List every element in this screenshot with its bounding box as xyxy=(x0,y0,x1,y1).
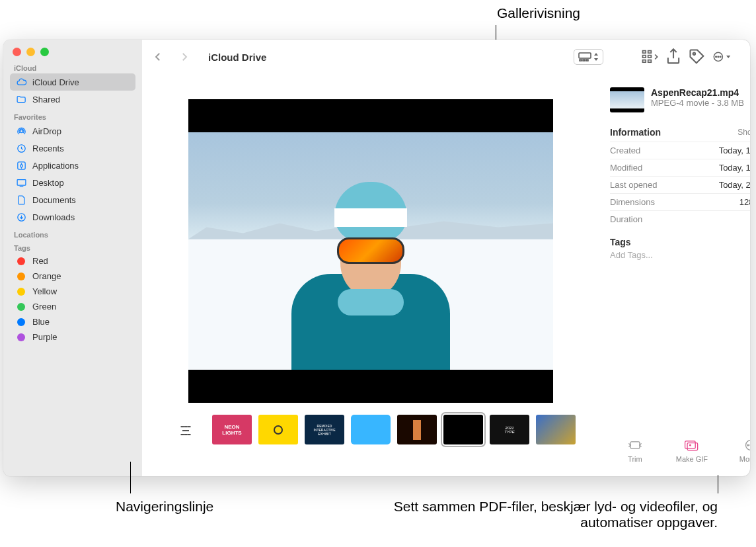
thumbnail[interactable]: REMIXEDINTERACTIVEEXHIBIT xyxy=(305,415,344,444)
add-tags-field[interactable]: Add Tags... xyxy=(610,250,750,260)
svg-rect-9 xyxy=(643,51,646,54)
back-button[interactable] xyxy=(151,50,165,63)
tag-label: Green xyxy=(32,302,56,312)
gif-icon xyxy=(683,438,701,452)
info-label: Last opened xyxy=(610,180,658,190)
svg-rect-23 xyxy=(687,443,698,450)
svg-point-24 xyxy=(689,444,691,446)
main-area: iCloud Drive xyxy=(142,40,750,476)
sidebar-item-applications[interactable]: Applications xyxy=(10,157,135,174)
tag-label: Yellow xyxy=(32,286,57,296)
callout-navigation-bar: Navigeringslinje xyxy=(116,499,213,515)
info-value: Today, 1:34 PM xyxy=(719,163,750,173)
gallery-view-button[interactable] xyxy=(574,49,603,65)
tag-dot-icon xyxy=(17,257,25,265)
airdrop-icon xyxy=(15,125,27,137)
sidebar-tag-green[interactable]: Green xyxy=(10,299,135,314)
preview-area: ▬▬▬▬▬▬▬▬ NEONLIGHTS REMIXEDINTERACTIVEEX… xyxy=(142,74,599,476)
info-label: Dimensions xyxy=(610,197,655,207)
svg-rect-14 xyxy=(648,60,652,63)
preview-image[interactable] xyxy=(188,99,553,403)
minimize-window-button[interactable] xyxy=(26,48,35,56)
download-icon xyxy=(15,211,27,223)
thumbnail[interactable] xyxy=(351,415,391,444)
sidebar-item-recents[interactable]: Recents xyxy=(10,140,135,157)
sidebar-item-label: Desktop xyxy=(32,178,64,188)
svg-point-15 xyxy=(693,53,696,56)
thumbnail[interactable] xyxy=(258,415,298,444)
svg-rect-10 xyxy=(643,56,646,58)
info-row: ModifiedToday, 1:34 PM xyxy=(610,159,750,176)
sidebar-item-documents[interactable]: Documents xyxy=(10,191,135,208)
applications-icon xyxy=(15,159,27,171)
window-controls xyxy=(13,48,135,56)
clock-icon xyxy=(15,142,27,154)
tag-label: Blue xyxy=(32,317,50,327)
sidebar-tag-purple[interactable]: Purple xyxy=(10,329,135,345)
thumbnail-strip: ▬▬▬▬▬▬▬▬ NEONLIGHTS REMIXEDINTERACTIVEEX… xyxy=(161,403,581,444)
svg-point-26 xyxy=(747,444,749,446)
qa-label: Make GIF xyxy=(676,455,708,463)
sidebar-item-desktop[interactable]: Desktop xyxy=(10,174,135,191)
svg-rect-8 xyxy=(586,60,588,61)
window-title: iCloud Drive xyxy=(208,52,266,63)
info-value: Today, 2:07 PM xyxy=(719,180,750,190)
sidebar-item-airdrop[interactable]: AirDrop xyxy=(10,122,135,140)
close-window-button[interactable] xyxy=(13,48,21,56)
sidebar: iCloud iCloud Drive Shared Favorites Air… xyxy=(3,40,142,476)
tag-label: Purple xyxy=(32,332,57,342)
info-label: Modified xyxy=(610,163,642,173)
callout-quick-actions: Sett sammen PDF-filer, beskjær lyd- og v… xyxy=(367,499,718,530)
make-gif-action[interactable]: Make GIF xyxy=(676,438,708,463)
sidebar-item-icloud-drive[interactable]: iCloud Drive xyxy=(10,73,135,91)
sidebar-tag-red[interactable]: Red xyxy=(10,253,135,269)
svg-rect-5 xyxy=(579,53,591,58)
svg-rect-6 xyxy=(580,60,582,61)
thumbnail-selected[interactable] xyxy=(443,415,483,444)
tag-button[interactable] xyxy=(688,48,706,66)
thumbnail[interactable] xyxy=(536,415,576,444)
nav-buttons xyxy=(151,50,191,63)
thumbnail[interactable] xyxy=(397,415,437,444)
sidebar-tag-blue[interactable]: Blue xyxy=(10,314,135,329)
tag-dot-icon xyxy=(17,273,25,280)
maximize-window-button[interactable] xyxy=(40,48,49,56)
thumbnail[interactable]: NEONLIGHTS xyxy=(212,415,252,444)
cloud-icon xyxy=(15,76,27,88)
callout-gallery-view: Gallerivisning xyxy=(497,5,580,21)
thumbnail[interactable]: ▬▬▬▬▬▬▬▬ xyxy=(166,415,206,444)
sidebar-tag-orange[interactable]: Orange xyxy=(10,269,135,284)
info-value: Today, 1:34 PM xyxy=(719,146,750,155)
sidebar-item-label: Shared xyxy=(32,95,60,105)
tag-dot-icon xyxy=(17,333,25,341)
shared-folder-icon xyxy=(15,93,27,105)
svg-rect-13 xyxy=(648,56,652,58)
show-more-button[interactable]: Show More xyxy=(737,128,750,137)
tag-dot-icon xyxy=(17,288,25,296)
forward-button[interactable] xyxy=(178,50,191,63)
sidebar-item-label: AirDrop xyxy=(32,126,61,136)
trim-icon xyxy=(626,438,644,452)
info-row: Last openedToday, 2:07 PM xyxy=(610,176,750,193)
tag-dot-icon xyxy=(17,318,25,326)
thumbnail[interactable]: 2021TYPE xyxy=(490,415,529,444)
callout-line xyxy=(718,475,718,493)
quick-actions: Trim Make GIF More... xyxy=(610,425,750,463)
qa-label: Trim xyxy=(628,455,642,463)
group-button[interactable] xyxy=(640,48,659,66)
share-button[interactable] xyxy=(664,48,683,66)
sidebar-item-shared[interactable]: Shared xyxy=(10,91,135,108)
sidebar-tag-yellow[interactable]: Yellow xyxy=(10,284,135,299)
sidebar-section-tags: Tags xyxy=(14,244,135,252)
file-header: AspenRecap21.mp4 MPEG-4 movie - 3.8 MB xyxy=(610,87,750,112)
sidebar-section-icloud: iCloud xyxy=(14,64,135,72)
finder-window: iCloud iCloud Drive Shared Favorites Air… xyxy=(3,40,750,476)
sidebar-item-downloads[interactable]: Downloads xyxy=(10,208,135,226)
trim-action[interactable]: Trim xyxy=(626,438,644,463)
sidebar-item-label: Recents xyxy=(32,144,64,153)
info-heading: Information Show More xyxy=(610,127,750,138)
info-label: Duration xyxy=(610,214,642,224)
inspector-panel: AspenRecap21.mp4 MPEG-4 movie - 3.8 MB I… xyxy=(599,74,750,476)
more-action[interactable]: More... xyxy=(739,438,750,463)
action-menu-button[interactable] xyxy=(712,48,730,66)
